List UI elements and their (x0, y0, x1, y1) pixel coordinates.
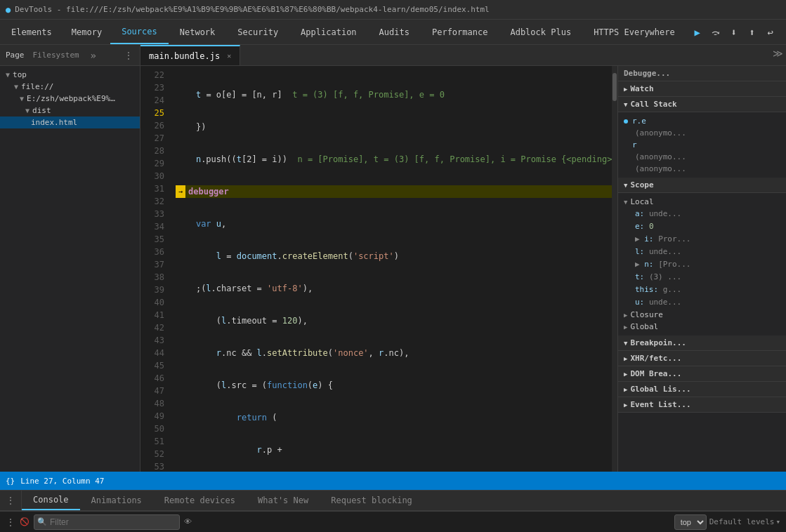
status-icon: {} (6, 477, 15, 486)
callstack-label: Call Stack (630, 100, 676, 109)
dom-section[interactable]: ▶ DOM Brea... (618, 366, 786, 382)
callstack-anon1: (anonymo... (624, 127, 780, 139)
gl-arrow: ▶ (624, 386, 627, 393)
bottom-tab-animations[interactable]: Animations (80, 491, 153, 510)
callstack-item-re[interactable]: r.e (624, 115, 780, 127)
scope-var-i: ▶ i: Pror... (632, 233, 780, 246)
nav-elements[interactable]: Elements (0, 20, 63, 44)
scope-global[interactable]: ▶ Global (624, 321, 780, 333)
nav-memory[interactable]: Memory (63, 20, 110, 44)
chevron-down-icon: ▾ (775, 517, 780, 526)
console-filter-icon: 🔍 (37, 517, 47, 526)
code-line-26: var u, (176, 218, 617, 230)
tree-indexhtml[interactable]: index.html (0, 117, 140, 128)
debug-panel-title: Debugge... (618, 66, 786, 81)
filesystem-tab[interactable]: Filesystem (30, 47, 82, 64)
title-bar: ● DevTools - file:///E:/zsh/webpack%E9%A… (0, 0, 786, 20)
scrollbar-thumb[interactable] (613, 73, 617, 101)
scope-local-vars: a: unde... e: 0 ▶ i: Pror... l: unde... … (624, 208, 780, 309)
tree-file[interactable]: ▼ file:// (0, 81, 140, 93)
bottom-tab-whatsnew[interactable]: What's New (247, 491, 320, 510)
scope-arrow: ▼ (624, 182, 627, 189)
code-right-container: 22 23 24 25 26 27 28 29 30 31 32 33 34 3… (140, 66, 786, 472)
tree-dist[interactable]: ▼ dist (0, 105, 140, 117)
bottom-tabs: ⋮ Console Animations Remote devices What… (0, 490, 786, 511)
main-area: ▼ top ▼ file:// ▼ E:/zsh/webpack%E9%A1%B… (0, 66, 786, 472)
dom-label: DOM Brea... (630, 369, 681, 378)
step-into-button[interactable]: ⬇ (726, 24, 742, 41)
scope-var-a: a: unde... (632, 208, 780, 220)
code-line-25: → debugger (176, 185, 617, 198)
console-bar: ⋮ 🚫 🔍 👁 top Default levels ▾ (0, 511, 786, 532)
code-content: t = o[e] = [n, r] t = (3) [f, f, Promise… (170, 66, 617, 472)
tab-main-bundle[interactable]: main.bundle.js ✕ (140, 45, 240, 65)
global-listeners-section[interactable]: ▶ Global Lis... (618, 382, 786, 397)
step-out-button[interactable]: ⬆ (744, 24, 761, 41)
gl-label: Global Lis... (630, 385, 690, 394)
nav-audits[interactable]: Audits (368, 20, 421, 44)
console-filter-container: 🔍 (34, 514, 180, 530)
callstack-content: r.e (anonymo... r (anonymo... (anonymo..… (618, 112, 786, 178)
default-levels-text: Default levels (709, 517, 775, 526)
nav-performance[interactable]: Performance (421, 20, 499, 44)
code-line-23: }) (176, 121, 617, 133)
scope-closure[interactable]: ▶ Closure (624, 309, 780, 321)
bp-label: Breakpoin... (630, 338, 686, 347)
code-editor: 22 23 24 25 26 27 28 29 30 31 32 33 34 3… (140, 66, 617, 472)
line-numbers: 22 23 24 25 26 27 28 29 30 31 32 33 34 3… (140, 66, 170, 472)
bottom-tab-request[interactable]: Request blocking (320, 491, 424, 510)
status-position: Line 27, Column 47 (20, 477, 104, 486)
scrollbar[interactable] (612, 66, 617, 472)
breakpoints-section[interactable]: ▼ Breakpoin... (618, 335, 786, 351)
title-text: DevTools - file:///E:/zsh/webpack%E9%A1%… (15, 5, 490, 14)
nav-https[interactable]: HTTPS Everywhere (582, 20, 686, 44)
code-line-31: (l.src = (function(e) { (176, 379, 617, 392)
code-line-24: n.push((t[2] = i)) n = [Promise], t = (3… (176, 153, 617, 166)
code-scroll[interactable]: 22 23 24 25 26 27 28 29 30 31 32 33 34 3… (140, 66, 617, 472)
nav-application[interactable]: Application (289, 20, 367, 44)
console-top-select[interactable]: top (674, 514, 707, 530)
source-options[interactable]: ⋮ (120, 47, 137, 64)
scope-section[interactable]: ▼ Scope (618, 178, 786, 193)
bp-arrow: ▼ (624, 340, 627, 347)
xhr-label: XHR/fetc... (630, 354, 681, 363)
nav-security[interactable]: Security (226, 20, 289, 44)
code-line-22: t = o[e] = [n, r] t = (3) [f, f, Promise… (176, 88, 617, 101)
bottom-more-icon[interactable]: ⋮ (3, 495, 18, 506)
tab-more[interactable]: ≫ (769, 45, 786, 62)
console-settings-icon[interactable]: ⋮ (6, 517, 15, 528)
nav-network[interactable]: Network (169, 20, 227, 44)
scope-var-e: e: 0 (632, 220, 780, 233)
default-levels[interactable]: Default levels ▾ (709, 517, 780, 526)
code-line-30: r.nc && l.setAttribute('nonce', r.nc), (176, 347, 617, 359)
nav-adblock[interactable]: Adblock Plus (499, 20, 582, 44)
xhr-section[interactable]: ▶ XHR/fetc... (618, 351, 786, 366)
resume-button[interactable]: ▶ (689, 24, 706, 41)
debug-panel: Debugge... ▶ Watch ▼ Call Stack r.e (ano… (617, 66, 786, 472)
more-sources[interactable]: » (85, 47, 102, 64)
callstack-item-r[interactable]: r (624, 139, 780, 151)
console-filter-input[interactable] (50, 517, 176, 527)
bottom-tab-remote[interactable]: Remote devices (153, 491, 247, 510)
tab-label: main.bundle.js (149, 51, 220, 61)
tree-ezsh[interactable]: ▼ E:/zsh/webpack%E9%A1%B9... (0, 93, 140, 105)
tab-close[interactable]: ✕ (227, 52, 231, 60)
scope-local[interactable]: ▼ Local (624, 196, 780, 208)
bottom-tab-console[interactable]: Console (22, 491, 80, 510)
step-button[interactable]: ↩ (762, 24, 779, 41)
scope-var-t: t: (3) ... (632, 271, 780, 284)
watch-arrow: ▶ (624, 86, 627, 93)
page-tab[interactable]: Page (3, 47, 27, 64)
nav-sources[interactable]: Sources (110, 20, 169, 44)
callstack-section[interactable]: ▼ Call Stack (618, 97, 786, 112)
status-bar: {} Line 27, Column 47 (0, 472, 786, 490)
event-listeners-section[interactable]: ▶ Event List... (618, 397, 786, 413)
callstack-anon2: (anonymo... (624, 151, 780, 163)
dom-arrow: ▶ (624, 371, 627, 378)
panel-toolbar: Page Filesystem » ⋮ main.bundle.js ✕ ≫ (0, 45, 786, 66)
step-over-button[interactable]: ⤼ (707, 24, 724, 41)
tree-top[interactable]: ▼ top (0, 69, 140, 81)
deactivate-button[interactable]: ⊘ (780, 24, 786, 41)
watch-section[interactable]: ▶ Watch (618, 81, 786, 97)
console-clear-icon[interactable]: 🚫 (20, 517, 30, 526)
